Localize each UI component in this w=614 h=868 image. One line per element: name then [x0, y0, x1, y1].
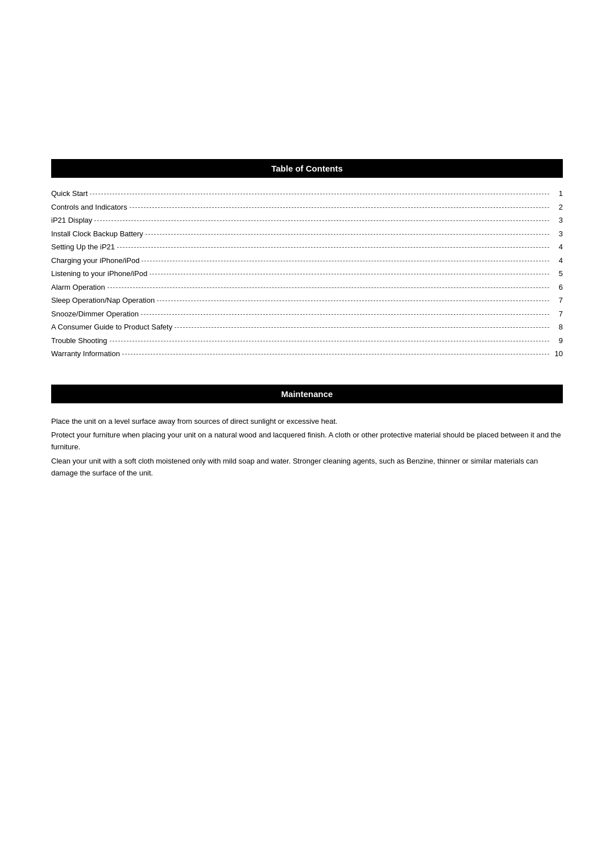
toc-page-number: 10 — [551, 348, 563, 360]
page: Table of Contents Quick Start1Controls a… — [0, 0, 614, 868]
toc-row: Sleep Operation/Nap Operation7 — [51, 295, 563, 306]
toc-page-number: 9 — [551, 335, 563, 347]
toc-page-number: 5 — [551, 268, 563, 279]
toc-dots — [110, 341, 549, 341]
toc-row: Install Clock Backup Battery3 — [51, 228, 563, 240]
toc-row: Warranty Information10 — [51, 348, 563, 360]
toc-list: Quick Start1Controls and Indicators2iP21… — [51, 188, 563, 360]
maintenance-header: Maintenance — [51, 385, 563, 403]
toc-dots — [146, 234, 549, 235]
toc-row: Alarm Operation6 — [51, 282, 563, 293]
toc-dots — [94, 220, 549, 221]
toc-row: iP21 Display3 — [51, 215, 563, 226]
toc-row: Setting Up the iP214 — [51, 241, 563, 253]
toc-item-label: Alarm Operation — [51, 282, 105, 293]
maintenance-body: Place the unit on a level surface away f… — [51, 414, 563, 479]
section-gap — [51, 362, 563, 385]
toc-item-label: Controls and Indicators — [51, 202, 127, 213]
toc-item-label: Quick Start — [51, 188, 88, 199]
toc-dots — [157, 301, 549, 301]
toc-dots — [130, 207, 549, 208]
toc-header: Table of Contents — [51, 159, 563, 178]
toc-dots — [175, 327, 549, 328]
content-area: Table of Contents Quick Start1Controls a… — [0, 159, 614, 479]
toc-item-label: Install Clock Backup Battery — [51, 228, 143, 240]
toc-dots — [90, 194, 549, 194]
toc-page-number: 8 — [551, 322, 563, 333]
maintenance-paragraph: Place the unit on a level surface away f… — [51, 416, 563, 428]
toc-page-number: 3 — [551, 215, 563, 226]
toc-item-label: Setting Up the iP21 — [51, 241, 115, 253]
toc-dots — [150, 274, 549, 274]
toc-page-number: 7 — [551, 295, 563, 306]
toc-row: Snooze/Dimmer Operation7 — [51, 308, 563, 320]
toc-dots — [122, 354, 549, 354]
toc-row: Listening to your iPhone/iPod5 — [51, 268, 563, 279]
toc-row: A Consumer Guide to Product Safety8 — [51, 322, 563, 333]
toc-item-label: A Consumer Guide to Product Safety — [51, 322, 172, 333]
toc-item-label: Charging your iPhone/iPod — [51, 255, 139, 266]
toc-item-label: Sleep Operation/Nap Operation — [51, 295, 155, 306]
toc-dots — [107, 287, 549, 288]
toc-page-number: 3 — [551, 228, 563, 240]
toc-page-number: 7 — [551, 308, 563, 320]
toc-item-label: Listening to your iPhone/iPod — [51, 268, 147, 279]
toc-row: Charging your iPhone/iPod4 — [51, 255, 563, 266]
toc-item-label: Warranty Information — [51, 348, 120, 360]
toc-item-label: Snooze/Dimmer Operation — [51, 308, 139, 320]
toc-item-label: iP21 Display — [51, 215, 92, 226]
maintenance-paragraph: Clean your unit with a soft cloth moiste… — [51, 456, 563, 479]
toc-page-number: 1 — [551, 188, 563, 199]
toc-dots — [142, 261, 549, 261]
toc-row: Quick Start1 — [51, 188, 563, 199]
toc-item-label: Trouble Shooting — [51, 335, 107, 347]
top-spacer — [0, 0, 614, 159]
toc-page-number: 4 — [551, 255, 563, 266]
toc-dots — [141, 314, 549, 315]
toc-page-number: 4 — [551, 241, 563, 253]
toc-dots — [117, 247, 549, 248]
maintenance-paragraph: Protect your furniture when placing your… — [51, 429, 563, 453]
toc-row: Controls and Indicators2 — [51, 202, 563, 213]
maintenance-section: Maintenance Place the unit on a level su… — [51, 385, 563, 479]
toc-row: Trouble Shooting9 — [51, 335, 563, 347]
toc-page-number: 6 — [551, 282, 563, 293]
toc-page-number: 2 — [551, 202, 563, 213]
